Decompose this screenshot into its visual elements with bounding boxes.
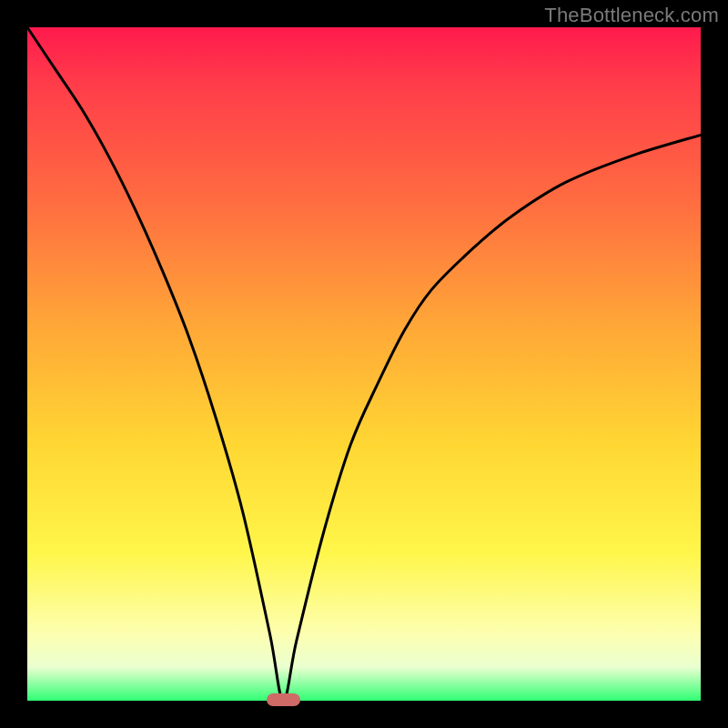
plot-area bbox=[27, 27, 701, 701]
watermark-text: TheBottleneck.com bbox=[544, 4, 719, 27]
outer-frame: TheBottleneck.com bbox=[0, 0, 728, 728]
minimum-marker bbox=[267, 693, 300, 706]
bottleneck-curve bbox=[27, 27, 701, 701]
